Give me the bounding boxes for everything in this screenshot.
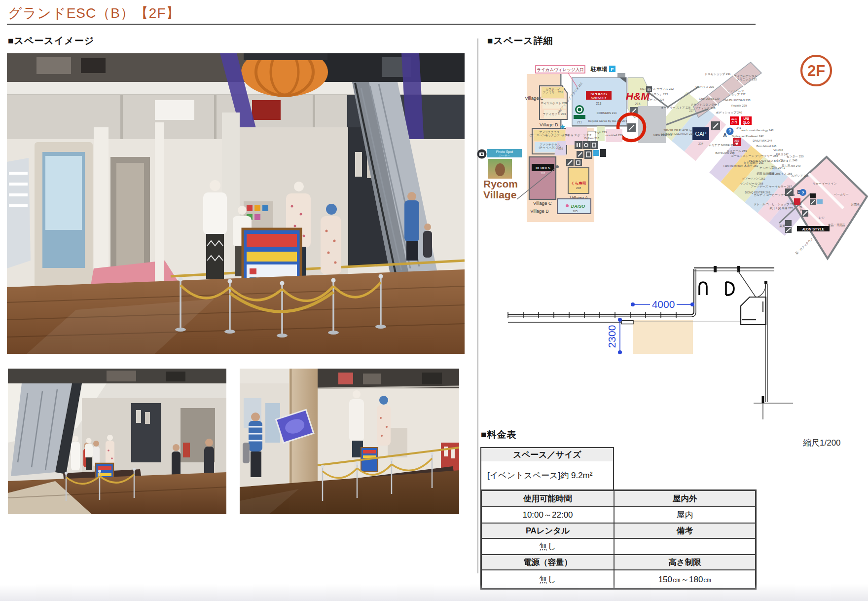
svg-text:お惣菜: お惣菜 bbox=[851, 203, 860, 206]
svg-text:ドコモショップ 231: ドコモショップ 231 bbox=[705, 73, 731, 75]
svg-text:227: 227 bbox=[689, 109, 694, 112]
svg-text:241: 241 bbox=[736, 126, 741, 129]
svg-text:ルピシア 255: ルピシア 255 bbox=[791, 174, 808, 177]
svg-text:earth music&ecology 243: earth music&ecology 243 bbox=[741, 129, 773, 132]
col-header: 使用可能時間 bbox=[481, 490, 614, 507]
cell-value: 無し bbox=[481, 570, 614, 589]
svg-text:ゴディバ 224: ゴディバ 224 bbox=[647, 98, 664, 101]
table-size-header: スペース／サイズ bbox=[480, 447, 614, 462]
person bbox=[93, 441, 99, 447]
svg-text:UNI: UNI bbox=[743, 117, 749, 120]
svg-text:DAILY MIX 244: DAILY MIX 244 bbox=[753, 139, 772, 142]
col-header: PAレンタル bbox=[481, 523, 614, 538]
svg-text:リカー イートイン: リカー イートイン bbox=[813, 182, 837, 186]
page-title: グランドESC（B）【2F】 bbox=[8, 4, 181, 23]
svg-text:234: 234 bbox=[698, 142, 704, 145]
svg-text:AUTHORITY: AUTHORITY bbox=[591, 96, 607, 99]
svg-text:センター 250: センター 250 bbox=[787, 155, 804, 158]
svg-text:QBハウス 230: QBハウス 230 bbox=[695, 85, 714, 88]
mannequin bbox=[72, 436, 78, 442]
escalator-well bbox=[638, 106, 666, 143]
svg-text:ブティック 228: ブティック 228 bbox=[695, 107, 716, 110]
svg-text:QLO: QLO bbox=[743, 121, 750, 125]
svg-text:ライカムヴィレッジ入口: ライカムヴィレッジ入口 bbox=[537, 67, 583, 72]
svg-text:213: 213 bbox=[596, 102, 602, 105]
village-c-label: Village C bbox=[533, 200, 552, 206]
dimension-2300: 2300 bbox=[606, 318, 622, 354]
svg-text:GAP: GAP bbox=[695, 131, 706, 137]
kura-block bbox=[568, 168, 589, 193]
svg-text:CHUBU KO'SAN 238: CHUBU KO'SAN 238 bbox=[723, 99, 751, 102]
svg-text:ファミリー 201: ファミリー 201 bbox=[543, 91, 563, 94]
svg-text:?: ? bbox=[801, 190, 804, 195]
red-sign bbox=[252, 100, 281, 120]
village-e-label: Village E bbox=[525, 95, 543, 101]
mannequin bbox=[353, 390, 361, 398]
svg-text:シーサー: シーサー bbox=[499, 154, 510, 157]
svg-text:?: ? bbox=[728, 129, 731, 134]
svg-text:ユニ: ユニ bbox=[731, 117, 737, 120]
cell-value: 150㎝～180㎝ bbox=[614, 570, 756, 589]
svg-text:2300: 2300 bbox=[606, 325, 617, 348]
daiso-label: DAISO bbox=[571, 204, 585, 209]
person bbox=[173, 444, 180, 451]
section-space-image: ■スペースイメージ bbox=[8, 35, 94, 47]
col-header: 屋内外 bbox=[614, 490, 756, 507]
svg-text:Photo Spot: Photo Spot bbox=[496, 150, 513, 154]
svg-text:F: F bbox=[611, 67, 614, 72]
star-marker: ★ bbox=[559, 122, 566, 131]
floor-badge: 2F bbox=[807, 62, 825, 79]
cad-drawing-svg: 4000 2300 bbox=[459, 232, 853, 439]
svg-text:柳橋 スパイス 266: 柳橋 スパイス 266 bbox=[768, 172, 792, 175]
svg-text:「マカロン」 223: 「マカロン」 223 bbox=[645, 93, 668, 96]
col-header: 電源（容量） bbox=[481, 555, 614, 570]
svg-text:クラフトスタンダード: クラフトスタンダード bbox=[690, 103, 720, 106]
person bbox=[205, 439, 213, 447]
photo-space-main bbox=[7, 53, 465, 354]
svg-text:Drifters 218: Drifters 218 bbox=[584, 137, 599, 140]
svg-text:SENSE OF PLACE by: SENSE OF PLACE by bbox=[663, 129, 692, 132]
dimension-4000: 4000 bbox=[631, 299, 694, 310]
svg-text:Vin 246: Vin 246 bbox=[773, 149, 783, 151]
photo-main-illustration bbox=[7, 53, 465, 354]
village-b-label: Village B bbox=[530, 208, 548, 214]
upper-walls bbox=[694, 266, 774, 272]
document-page: グランドESC（B）【2F】 ■スペースイメージ ■スペース詳細 ■料金表 bbox=[0, 0, 868, 601]
svg-text:ムリチア MODE 257: ムリチア MODE 257 bbox=[709, 144, 735, 147]
svg-text:215: 215 bbox=[635, 102, 641, 106]
mannequin bbox=[210, 180, 220, 191]
person-child bbox=[243, 443, 250, 463]
cad-drawing: 4000 2300 bbox=[459, 232, 853, 439]
scale-note: 縮尺1/200 bbox=[803, 437, 841, 449]
escalator-plan-box bbox=[741, 297, 766, 325]
parking-label: 駐車場 bbox=[590, 66, 608, 72]
svg-text:ソフトバンク: ソフトバンク bbox=[727, 89, 745, 92]
svg-text:KSスペース ラヴィス 222: KSスペース ラヴィス 222 bbox=[640, 87, 674, 91]
svg-text:Bou Jeloud 245: Bou Jeloud 245 bbox=[757, 145, 776, 148]
photo-space-left bbox=[8, 369, 226, 514]
svg-text:mont-bell 220: mont-bell 220 bbox=[605, 134, 622, 137]
svg-text:カルディ コーヒーファーム 270: カルディ コーヒーファーム 270 bbox=[754, 193, 795, 197]
svg-text:CORNERS 214: CORNERS 214 bbox=[597, 112, 617, 114]
svg-text:Gran Jueda 229: Gran Jueda 229 bbox=[699, 97, 720, 100]
svg-text:果汁工房 果琳 272: 果汁工房 果琳 272 bbox=[769, 206, 793, 210]
svg-text:ゴールドストーン クリーマリー 256: ゴールドストーン クリーマリー 256 bbox=[731, 154, 778, 157]
svg-text:食品・日用品: 食品・日用品 bbox=[828, 224, 845, 227]
cell-value: 10:00～22:00 bbox=[481, 507, 614, 523]
svg-text:だしから醤油 264-2: だしから醤油 264-2 bbox=[760, 166, 785, 170]
mannequin bbox=[294, 182, 304, 191]
svg-text:URBAN RESEARCH 233: URBAN RESEARCH 233 bbox=[661, 132, 693, 135]
door-swing-arc bbox=[757, 284, 766, 298]
svg-text:ボディショップ 240: ボディショップ 240 bbox=[716, 111, 742, 114]
mannequin-hat bbox=[326, 204, 337, 215]
svg-text:PEARL LADY CHA BAR 264-1: PEARL LADY CHA BAR 264-1 bbox=[749, 159, 788, 162]
svg-text:SPORTS: SPORTS bbox=[591, 92, 608, 96]
svg-text:ドトール コーヒーショップ 271: ドトール コーヒーショップ 271 bbox=[754, 203, 795, 206]
svg-text:Styliss per PlusHeart 242: Styliss per PlusHeart 242 bbox=[731, 135, 763, 138]
svg-text:ラナイカフェ 203: ラナイカフェ 203 bbox=[543, 113, 566, 116]
photo-left-illustration bbox=[8, 369, 226, 514]
village-d-label: Village D bbox=[540, 122, 558, 127]
svg-text:216: 216 bbox=[558, 147, 563, 150]
mannequin bbox=[238, 206, 247, 215]
svg-text:クロ: クロ bbox=[731, 121, 737, 124]
